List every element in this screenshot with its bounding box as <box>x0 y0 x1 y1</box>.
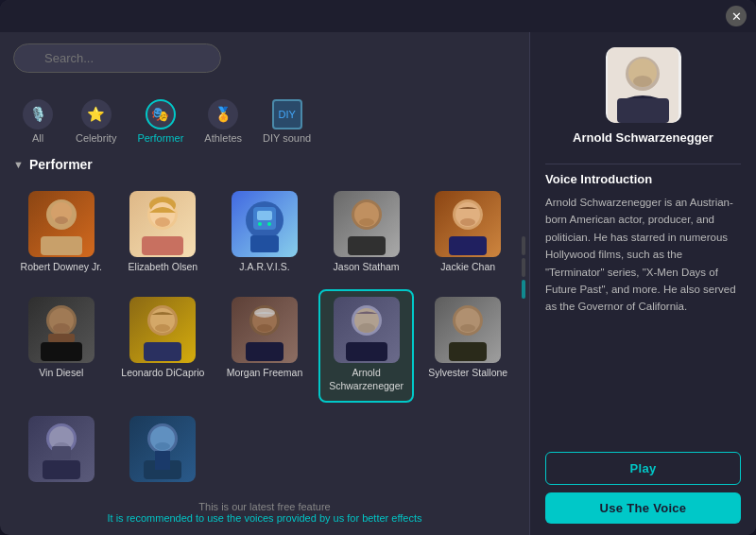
tab-diy-label: DIY sound <box>263 132 311 144</box>
tab-all[interactable]: 🎙️ All <box>13 95 62 147</box>
performer-avatar-robert <box>28 191 94 257</box>
performer-card-sylvester[interactable]: Sylvester Stallone <box>420 289 516 403</box>
play-button[interactable]: Play <box>545 452 741 485</box>
svg-point-36 <box>257 324 272 332</box>
svg-point-37 <box>254 308 275 318</box>
svg-rect-28 <box>48 334 75 342</box>
performer-avatar-leo <box>129 297 196 363</box>
svg-rect-50 <box>52 446 71 459</box>
tab-celebrity-icon: ⭐ <box>81 99 112 129</box>
svg-rect-1 <box>41 236 82 255</box>
svg-rect-43 <box>449 342 487 361</box>
svg-rect-59 <box>617 98 669 123</box>
tab-performer[interactable]: 🎭 Performer <box>129 95 191 147</box>
svg-rect-25 <box>41 342 82 361</box>
svg-rect-47 <box>43 460 80 479</box>
divider <box>545 164 741 164</box>
section-title: Performer <box>29 157 93 172</box>
performer-card-leo[interactable]: Leonardo DiCaprio <box>115 289 212 403</box>
performer-card-morgan[interactable]: Morgan Freeman <box>216 289 313 403</box>
svg-rect-15 <box>250 235 279 252</box>
performers-grid: Robert Downey Jr. Elizabeth Olsen <box>13 183 516 495</box>
section-header: ▼ Performer <box>13 157 516 176</box>
performer-card-elizabeth[interactable]: Elizabeth Olsen <box>115 183 212 284</box>
footer-line1: This is our latest free feature <box>13 501 516 512</box>
tabs-container: 🎙️ All ⭐ Celebrity 🎭 Performer 🏅 Athlete… <box>13 95 516 147</box>
svg-point-4 <box>55 216 68 224</box>
performer-name-robert: Robert Downey Jr. <box>21 261 102 274</box>
search-wrap: 🔍 <box>13 43 516 84</box>
performer-name-jarvis: J.A.R.V.I.S. <box>239 261 289 274</box>
performer-avatar-guy1 <box>28 416 94 482</box>
performer-avatar-jarvis <box>232 191 298 257</box>
tab-diy[interactable]: DIY DIY sound <box>255 95 318 147</box>
scroll-indicator-2 <box>522 258 525 277</box>
performer-name-jason: Jason Statham <box>334 261 400 274</box>
left-panel: 🔍 🎙️ All ⭐ Celebrity 🎭 Performer <box>0 32 529 535</box>
voice-selector-dialog: ✕ 🔍 🎙️ All ⭐ Celebrity 🎭 <box>0 0 756 535</box>
svg-point-13 <box>258 222 262 226</box>
svg-rect-21 <box>449 236 487 255</box>
performer-name-leo: Leonardo DiCaprio <box>121 367 204 380</box>
performer-name-jackie: Jackie Chan <box>440 261 495 274</box>
selected-avatar <box>606 47 681 123</box>
performer-name-vin: Vin Diesel <box>39 367 83 380</box>
performer-avatar-jackie <box>435 191 501 257</box>
performer-avatar-morgan <box>232 297 298 363</box>
performer-avatar-vin <box>28 297 94 363</box>
footer-note: This is our latest free feature It is re… <box>13 495 516 524</box>
performer-card-guy1[interactable] <box>13 408 110 495</box>
svg-rect-12 <box>257 211 272 220</box>
svg-point-58 <box>633 76 652 87</box>
svg-point-45 <box>460 324 475 332</box>
performer-card-jackie[interactable]: Jackie Chan <box>420 183 516 284</box>
performer-name-sylvester: Sylvester Stallone <box>428 367 507 380</box>
tab-diy-icon: DIY <box>272 99 302 129</box>
tab-athletes[interactable]: 🏅 Athletes <box>197 95 249 147</box>
performer-name-morgan: Morgan Freeman <box>227 367 303 380</box>
scroll-indicator-active <box>522 280 525 299</box>
voice-intro-title: Voice Introduction <box>545 172 652 186</box>
title-bar: ✕ <box>0 0 756 32</box>
search-input[interactable] <box>13 43 221 73</box>
svg-rect-39 <box>346 342 387 361</box>
tab-celebrity[interactable]: ⭐ Celebrity <box>68 95 124 147</box>
performer-card-guy2[interactable] <box>115 408 212 495</box>
tab-all-label: All <box>32 132 43 144</box>
svg-rect-17 <box>348 236 386 255</box>
tab-performer-icon: 🎭 <box>146 99 176 129</box>
tab-celebrity-label: Celebrity <box>76 132 116 144</box>
svg-point-14 <box>267 222 271 226</box>
performer-card-arnold[interactable]: Arnold Schwarzenegger <box>318 289 415 403</box>
svg-point-32 <box>155 324 170 332</box>
right-panel: Arnold Schwarzenegger Voice Introduction… <box>529 32 756 535</box>
selected-performer-name: Arnold Schwarzenegger <box>573 130 713 145</box>
svg-rect-6 <box>142 236 183 255</box>
performer-card-jarvis[interactable]: J.A.R.V.I.S. <box>216 183 313 284</box>
svg-rect-34 <box>246 342 284 361</box>
close-button[interactable]: ✕ <box>726 6 747 26</box>
performer-avatar-elizabeth <box>129 191 196 257</box>
svg-point-54 <box>155 442 170 450</box>
performer-card-robert[interactable]: Robert Downey Jr. <box>13 183 110 284</box>
svg-point-19 <box>359 218 374 226</box>
tab-all-icon: 🎙️ <box>23 99 53 129</box>
tab-performer-label: Performer <box>137 132 183 144</box>
main-content: 🔍 🎙️ All ⭐ Celebrity 🎭 Performer <box>0 32 756 535</box>
tab-athletes-label: Athletes <box>204 132 242 144</box>
svg-point-27 <box>53 323 70 333</box>
svg-rect-30 <box>144 342 181 361</box>
performer-card-jason[interactable]: Jason Statham <box>318 183 415 284</box>
section-arrow: ▼ <box>13 159 24 170</box>
svg-point-23 <box>460 218 475 226</box>
performer-avatar-jason <box>334 191 400 257</box>
use-voice-button[interactable]: Use The Voice <box>545 492 741 524</box>
performer-avatar-guy2 <box>129 416 196 482</box>
performer-avatar-arnold <box>334 297 400 363</box>
svg-point-41 <box>358 323 375 333</box>
performer-card-vin[interactable]: Vin Diesel <box>13 289 110 403</box>
performer-name-elizabeth: Elizabeth Olsen <box>129 261 198 274</box>
footer-line2: It is recommended to use the voices prov… <box>13 512 516 524</box>
voice-intro-text: Arnold Schwarzenegger is an Austrian-bor… <box>545 194 741 440</box>
scroll-indicators <box>522 236 525 299</box>
